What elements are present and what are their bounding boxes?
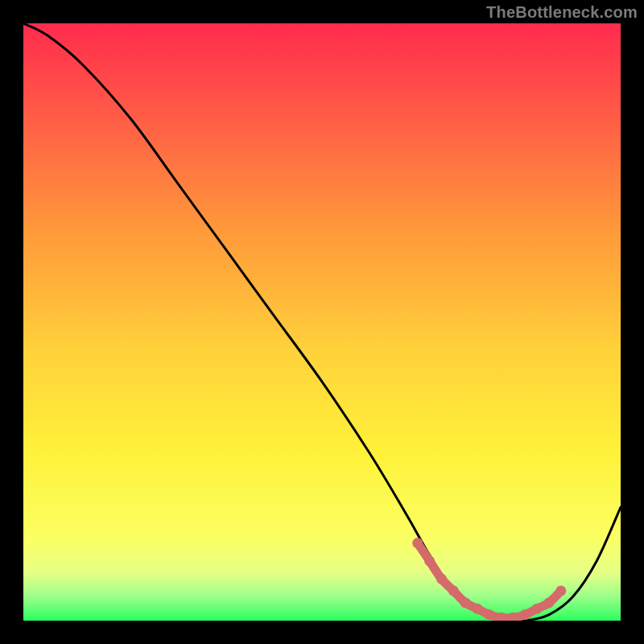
- highlight-dot: [520, 609, 530, 620]
- highlight-dot: [448, 585, 459, 596]
- chart-stage: TheBottleneck.com: [0, 0, 644, 644]
- highlight-dot: [412, 538, 423, 548]
- highlight-dot: [532, 604, 543, 614]
- highlight-dot: [424, 555, 435, 566]
- highlight-dot: [436, 574, 447, 584]
- highlight-dot: [460, 597, 471, 608]
- plot-background: [23, 23, 621, 621]
- highlight-dot: [543, 597, 554, 608]
- highlight-dot: [484, 609, 494, 620]
- bottleneck-plot: [0, 0, 644, 644]
- watermark-text: TheBottleneck.com: [486, 3, 638, 22]
- highlight-dot: [555, 585, 566, 596]
- highlight-dot: [472, 604, 482, 614]
